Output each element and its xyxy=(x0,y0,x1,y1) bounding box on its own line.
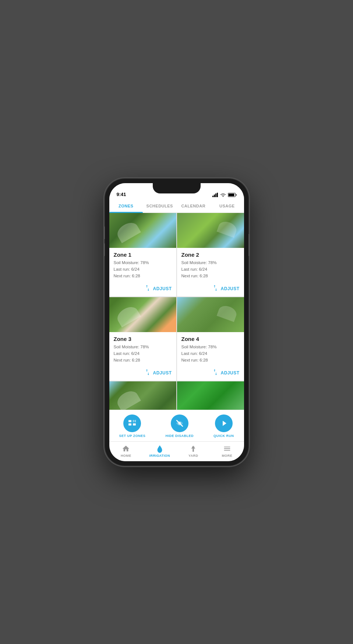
zone-4-nextrun: Next run: 6:28 xyxy=(181,357,240,363)
zone-1-moisture: Soil Moisture: 78% xyxy=(114,259,172,266)
nav-home-label: HOME xyxy=(121,454,131,458)
nav-more-label: MORE xyxy=(222,454,232,458)
more-icon xyxy=(223,445,231,453)
zone-3-adjust-button[interactable]: ADJUST xyxy=(109,367,176,381)
status-time: 9:41 xyxy=(117,192,126,197)
nav-yard-label: YARD xyxy=(188,454,198,458)
zone-2-adjust-label: ADJUST xyxy=(220,286,239,291)
zone-card-4: Zone 4 Soil Moisture: 78% Last run: 6/24… xyxy=(177,297,244,381)
status-icons xyxy=(212,193,237,197)
quick-run-icon-circle xyxy=(215,414,233,432)
irrigation-icon xyxy=(156,445,164,453)
zone-2-adjust-button[interactable]: ADJUST xyxy=(177,282,244,296)
zone-3-info: Zone 3 Soil Moisture: 78% Last run: 6/24… xyxy=(109,332,176,367)
svg-rect-0 xyxy=(212,196,213,197)
zone-2-image xyxy=(177,213,244,248)
wifi-icon xyxy=(220,193,226,197)
tab-usage[interactable]: USAGE xyxy=(210,199,244,213)
svg-rect-10 xyxy=(128,423,131,426)
svg-marker-16 xyxy=(223,421,226,426)
phone-screen: 9:41 xyxy=(109,183,244,461)
zone-card-2: Zone 2 Soil Moisture: 78% Last run: 6/24… xyxy=(177,213,244,296)
tab-zones[interactable]: ZONES xyxy=(109,199,143,213)
svg-rect-7 xyxy=(228,193,234,196)
nav-irrigation-label: IRRIGATION xyxy=(149,454,170,458)
zone-card-5: Zone 5 Soil Moisture: 78% xyxy=(109,381,176,410)
tab-schedules[interactable]: SCHEDULES xyxy=(143,199,177,213)
zone-4-moisture: Soil Moisture: 78% xyxy=(181,344,240,350)
tab-bar: ZONES SCHEDULES CALENDAR USAGE xyxy=(109,199,244,213)
zone-card-1: Zone 1 Soil Moisture: 78% Last run: 6/24… xyxy=(109,213,176,296)
zone-4-name: Zone 4 xyxy=(181,336,240,342)
battery-icon xyxy=(228,193,237,197)
zone-1-adjust-label: ADJUST xyxy=(153,286,172,291)
hide-disabled-icon xyxy=(175,419,184,428)
power-button xyxy=(248,234,250,256)
zone-4-adjust-button[interactable]: ADJUST xyxy=(177,367,244,381)
zone-2-name: Zone 2 xyxy=(181,252,240,258)
zone-1-info: Zone 1 Soil Moisture: 78% Last run: 6/24… xyxy=(109,248,176,282)
zone-3-nextrun: Next run: 6:28 xyxy=(114,357,172,363)
zone-3-moisture: Soil Moisture: 78% xyxy=(114,344,172,350)
zone-card-3: Zone 3 Soil Moisture: 78% Last run: 6/24… xyxy=(109,297,176,381)
zones-content: Zone 1 Soil Moisture: 78% Last run: 6/24… xyxy=(109,213,244,410)
setup-zones-label: SET UP ZONES xyxy=(119,434,146,438)
zone-4-adjust-label: ADJUST xyxy=(220,370,239,376)
zone-3-lastrun: Last run: 6/24 xyxy=(114,350,172,357)
zones-grid: Zone 1 Soil Moisture: 78% Last run: 6/24… xyxy=(109,213,244,410)
bottom-nav: HOME IRRIGATION YARD MORE xyxy=(109,441,244,461)
adjust-arrows-icon-2 xyxy=(212,285,219,293)
zone-2-moisture: Soil Moisture: 78% xyxy=(181,259,240,266)
setup-zones-button[interactable]: SET UP ZONES xyxy=(119,414,146,438)
setup-zones-icon-circle xyxy=(123,414,141,432)
notch xyxy=(153,183,201,193)
zone-1-image xyxy=(109,213,176,248)
zone-1-name: Zone 1 xyxy=(114,252,172,258)
setup-zones-icon xyxy=(128,419,137,428)
svg-rect-6 xyxy=(236,194,236,196)
zone-4-info: Zone 4 Soil Moisture: 78% Last run: 6/24… xyxy=(177,332,244,367)
zone-2-info: Zone 2 Soil Moisture: 78% Last run: 6/24… xyxy=(177,248,244,282)
quick-run-icon xyxy=(220,419,228,427)
signal-icon xyxy=(212,193,218,197)
zone-4-lastrun: Last run: 6/24 xyxy=(181,350,240,357)
zone-2-nextrun: Next run: 6:28 xyxy=(181,273,240,279)
svg-point-4 xyxy=(222,196,223,196)
zone-3-name: Zone 3 xyxy=(114,336,172,342)
hide-disabled-icon-circle xyxy=(171,414,188,432)
volume-down-button xyxy=(103,243,105,256)
volume-up-button xyxy=(103,227,105,239)
zone-3-adjust-label: ADJUST xyxy=(153,370,172,376)
hide-disabled-label: HIDE DISABLED xyxy=(165,434,194,438)
zone-card-6: Zone 6 Soil Moisture: 78% xyxy=(177,381,244,410)
quick-run-button[interactable]: QUICK RUN xyxy=(213,414,234,438)
action-bar: SET UP ZONES HIDE DISABLED xyxy=(109,410,244,441)
svg-rect-8 xyxy=(128,420,131,422)
zone-6-image xyxy=(177,381,244,410)
phone-frame: 9:41 xyxy=(105,179,248,466)
zone-1-nextrun: Next run: 6:28 xyxy=(114,273,172,279)
zone-1-adjust-button[interactable]: ADJUST xyxy=(109,282,176,296)
zone-1-lastrun: Last run: 6/24 xyxy=(114,266,172,273)
adjust-arrows-icon-4 xyxy=(212,369,219,377)
svg-rect-1 xyxy=(214,195,215,197)
svg-rect-3 xyxy=(217,193,218,197)
zone-5-image xyxy=(109,381,176,410)
nav-home[interactable]: HOME xyxy=(109,442,143,461)
zone-3-image xyxy=(109,297,176,332)
tab-calendar[interactable]: CALENDAR xyxy=(177,199,211,213)
yard-icon xyxy=(189,445,197,453)
quick-run-label: QUICK RUN xyxy=(213,434,234,438)
nav-yard[interactable]: YARD xyxy=(177,442,211,461)
adjust-arrows-icon xyxy=(144,285,151,293)
adjust-arrows-icon-3 xyxy=(144,369,151,377)
nav-irrigation[interactable]: IRRIGATION xyxy=(143,442,177,461)
home-icon xyxy=(122,445,130,453)
zone-2-lastrun: Last run: 6/24 xyxy=(181,266,240,273)
hide-disabled-button[interactable]: HIDE DISABLED xyxy=(165,414,194,438)
nav-more[interactable]: MORE xyxy=(210,442,244,461)
svg-rect-2 xyxy=(215,193,216,197)
svg-rect-11 xyxy=(133,423,136,426)
zone-4-image xyxy=(177,297,244,332)
